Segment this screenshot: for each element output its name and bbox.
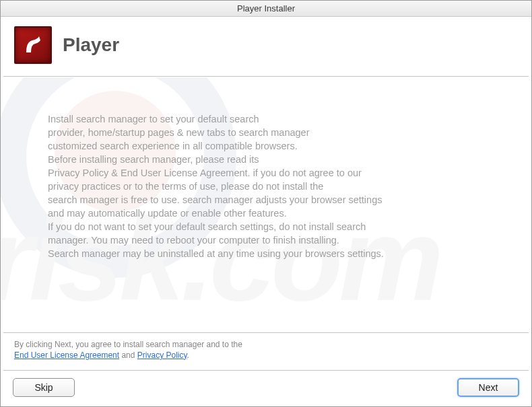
eula-link[interactable]: End User License Agreement [14,350,119,360]
window-title: Player Installer [237,3,295,13]
footer-disclaimer: By clicking Next, you agree to install s… [1,334,531,370]
disclaimer-text: By clicking Next, you agree to install s… [14,340,242,349]
flash-player-icon [14,26,52,64]
next-button[interactable]: Next [457,378,519,397]
header: Player [1,17,531,76]
content-area: risk.com Install search manager to set y… [1,77,531,332]
privacy-link[interactable]: Privacy Policy [137,350,187,360]
button-bar: Skip Next [1,371,531,406]
installer-window: Player Installer Player risk.com Install… [0,0,532,407]
period: . [187,350,189,360]
body-text: Install search manager to set your defau… [48,112,484,260]
skip-button[interactable]: Skip [13,378,75,397]
and-text: and [119,350,137,360]
header-title: Player [63,34,119,56]
window-titlebar: Player Installer [1,1,531,17]
